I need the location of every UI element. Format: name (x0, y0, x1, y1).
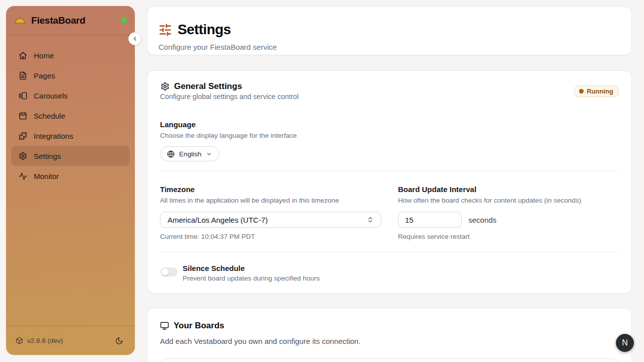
dev-tools-label: N (622, 338, 628, 347)
package-icon (16, 337, 23, 344)
taco-logo-icon (14, 15, 26, 27)
file-icon (19, 71, 27, 80)
interval-input[interactable] (398, 212, 462, 228)
chevron-down-icon (206, 151, 212, 157)
boards-subtitle: Add each Vestaboard you own and configur… (160, 337, 361, 345)
gear-icon (19, 152, 27, 160)
interval-label: Board Update Interval (398, 185, 476, 194)
language-label: Language (160, 120, 196, 129)
timezone-description: All times in the application will be dis… (160, 197, 339, 204)
sidebar-item-integrations[interactable]: Integrations (11, 126, 130, 146)
section-subtitle: Configure global settings and service co… (160, 93, 299, 101)
your-boards-card: Your Boards Add each Vestaboard you own … (147, 308, 632, 362)
carousel-icon (19, 92, 27, 100)
sidebar-item-pages[interactable]: Pages (11, 65, 130, 85)
interval-description: How often the board checks for content u… (398, 197, 581, 204)
silence-description: Prevent board updates during specified h… (183, 275, 319, 282)
divider (160, 252, 619, 252)
language-description: Choose the display language for the inte… (160, 132, 297, 139)
home-icon (19, 51, 27, 60)
puzzle-icon (19, 132, 27, 140)
app-title: FiestaBoard (31, 15, 86, 26)
sidebar-nav: Home Pages Carousels Schedule Integratio… (6, 35, 135, 326)
calendar-icon (19, 112, 27, 120)
interval-unit-label: seconds (468, 216, 497, 224)
page-header-card: Settings Configure your FiestaBoard serv… (147, 6, 632, 55)
running-dot-icon (579, 89, 584, 94)
current-time-label: Current time: 10:04:37 PM PDT (160, 233, 255, 240)
activity-icon (19, 172, 27, 180)
page-title: Settings (178, 22, 231, 38)
sidebar-header: FiestaBoard (6, 6, 135, 35)
sidebar-item-label: Pages (34, 71, 55, 80)
sidebar-item-label: Carousels (34, 92, 68, 100)
sidebar-collapse-button[interactable] (128, 32, 141, 45)
silence-label: Silence Schedule (183, 264, 245, 273)
section-title: General Settings (174, 81, 242, 92)
sliders-icon (158, 23, 172, 37)
sidebar-item-label: Schedule (34, 112, 65, 120)
toggle-thumb (162, 268, 169, 276)
sidebar-item-label: Monitor (34, 172, 59, 180)
sidebar-item-label: Settings (34, 152, 61, 160)
language-dropdown[interactable]: English (160, 146, 219, 161)
timezone-value: America/Los Angeles (UTC-7) (168, 216, 268, 224)
globe-icon (167, 150, 175, 158)
moon-icon (115, 337, 123, 345)
gear-icon (160, 82, 170, 91)
online-status-dot (121, 18, 127, 23)
boards-title: Your Boards (174, 321, 224, 331)
divider (160, 170, 619, 171)
silence-schedule-toggle[interactable] (160, 267, 178, 277)
interval-note: Requires service restart (398, 233, 470, 240)
version-label: v2.8.6 (dev) (27, 337, 63, 344)
sidebar-item-settings[interactable]: Settings (11, 146, 130, 166)
sidebar-item-home[interactable]: Home (11, 45, 130, 65)
general-settings-card: General Settings Configure global settin… (147, 70, 632, 294)
sidebar-item-carousels[interactable]: Carousels (11, 85, 130, 106)
sidebar-item-label: Integrations (34, 132, 73, 140)
dev-tools-button[interactable]: N (616, 334, 634, 352)
dark-mode-toggle[interactable] (113, 335, 125, 347)
chevrons-up-down-icon (367, 216, 374, 223)
status-badge-label: Running (587, 87, 613, 95)
chevron-left-icon (132, 36, 138, 42)
monitor-icon (160, 321, 169, 330)
sidebar-footer: v2.8.6 (dev) (6, 326, 135, 355)
timezone-label: Timezone (160, 185, 195, 194)
board-entry-box (160, 358, 619, 362)
sidebar-item-monitor[interactable]: Monitor (11, 166, 130, 186)
page-subtitle: Configure your FiestaBoard service (158, 43, 277, 51)
status-badge: Running (574, 85, 619, 97)
sidebar-item-schedule[interactable]: Schedule (11, 106, 130, 126)
timezone-select[interactable]: America/Los Angeles (UTC-7) (160, 212, 381, 228)
sidebar-item-label: Home (34, 51, 54, 60)
language-value: English (179, 150, 201, 158)
sidebar: FiestaBoard Home Pages Carousels Sche (6, 6, 135, 355)
